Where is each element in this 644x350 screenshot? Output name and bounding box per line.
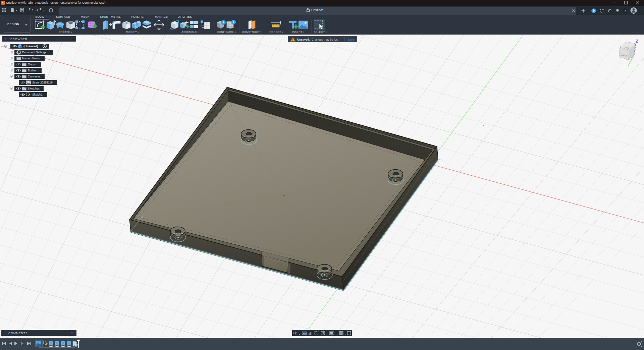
svg-text:?: ? xyxy=(624,9,626,12)
svg-text:Z: Z xyxy=(636,39,638,44)
